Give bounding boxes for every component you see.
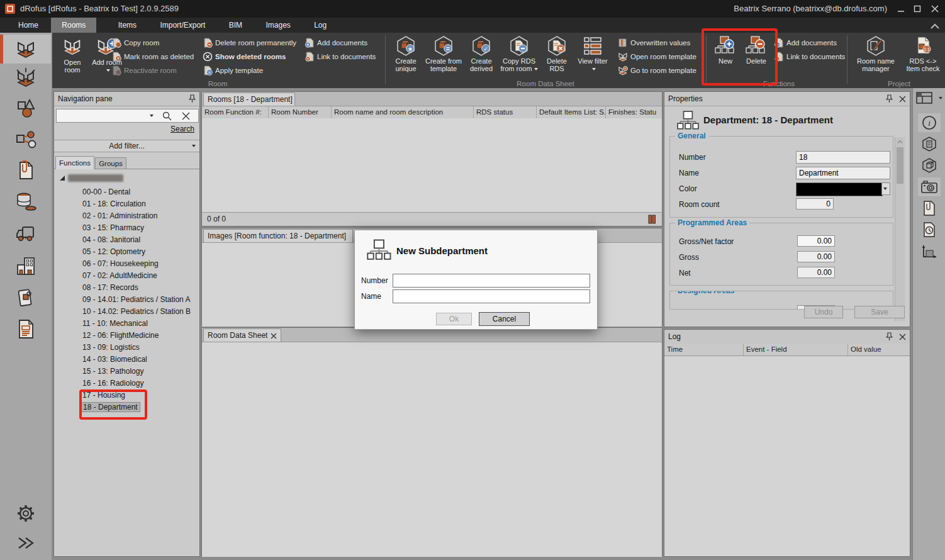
- room-name-manager-button[interactable]: Room name manager: [852, 35, 900, 86]
- camera-button[interactable]: [918, 177, 941, 196]
- reactivate-room-button[interactable]: Reactivate room: [111, 64, 177, 77]
- layout-panels-button[interactable]: [916, 92, 942, 107]
- dialog-number-input[interactable]: [393, 274, 590, 288]
- create-from-template-button[interactable]: = Create from template: [424, 35, 463, 86]
- show-deleted-rooms-button[interactable]: Show deleted rooms: [203, 50, 286, 63]
- room-data-sheet-tab[interactable]: Room Data Sheet: [203, 328, 281, 342]
- pin-icon[interactable]: [886, 332, 893, 341]
- sidebar-reports-icon[interactable]: [14, 317, 38, 341]
- close-button[interactable]: [931, 5, 939, 13]
- name-field[interactable]: [796, 167, 890, 179]
- col-room-name[interactable]: Room name and room description: [332, 106, 474, 118]
- tree-expander-icon[interactable]: [59, 175, 65, 181]
- gross-net-factor-field[interactable]: [797, 235, 835, 247]
- gross-field[interactable]: [797, 251, 835, 262]
- delete-rds-button[interactable]: Delete RDS: [540, 35, 574, 86]
- undo-button[interactable]: Undo: [804, 306, 843, 318]
- pin-icon[interactable]: [886, 94, 893, 103]
- tree-item[interactable]: 07 - 02: AdultMedicine: [82, 270, 157, 282]
- tree-item[interactable]: 10 - 14.02: Pediatrics / Station B: [82, 306, 191, 318]
- rds-document-button[interactable]: [918, 135, 941, 154]
- tree-item[interactable]: 12 - 06: FlightMedicine: [82, 330, 159, 342]
- sidebar-item-links-icon[interactable]: [14, 128, 38, 152]
- col-rds-status[interactable]: RDS status: [474, 106, 537, 118]
- rds-item-check-button[interactable]: 1:1 RDS <-> Item check: [902, 35, 944, 86]
- room-add-documents-button[interactable]: Add documents: [305, 36, 367, 49]
- sidebar-items-icon[interactable]: [14, 96, 38, 120]
- copy-rds-from-room-button[interactable]: Copy RDS from room: [500, 35, 539, 86]
- tree-item[interactable]: 15 - 13: Pathology: [82, 366, 143, 378]
- tree-item[interactable]: 16 - 16: Radiology: [82, 378, 143, 389]
- bim-model-button[interactable]: [918, 156, 941, 175]
- add-filter-button[interactable]: Add filter...: [54, 140, 199, 152]
- properties-scrollbar[interactable]: [895, 137, 905, 321]
- functions-link-documents-button[interactable]: Link to documents: [774, 50, 845, 63]
- collapse-ribbon-chevron[interactable]: [930, 23, 940, 30]
- net-field[interactable]: [797, 267, 835, 278]
- info-button[interactable]: i: [918, 113, 941, 132]
- sidebar-documents-icon[interactable]: [14, 159, 38, 182]
- nav-tab-groups[interactable]: Groups: [95, 157, 126, 169]
- apply-template-button[interactable]: Apply template: [203, 64, 263, 77]
- ok-button[interactable]: Ok: [436, 313, 472, 325]
- images-tab[interactable]: Images [Room function: 18 - Department]: [203, 229, 353, 242]
- menu-items[interactable]: Items: [108, 18, 147, 33]
- log-body[interactable]: [664, 356, 910, 556]
- tree-root-redacted[interactable]: [68, 174, 123, 182]
- search-dropdown-caret[interactable]: [150, 115, 154, 117]
- col-time[interactable]: Time: [664, 344, 744, 356]
- save-button[interactable]: Save: [854, 306, 905, 318]
- sidebar-rooms-icon[interactable]: [14, 37, 38, 61]
- tree-item[interactable]: 14 - 03: Biomedical: [82, 354, 147, 366]
- measure-button[interactable]: [918, 242, 941, 260]
- sidebar-products-icon[interactable]: [14, 286, 38, 310]
- overwritten-values-button[interactable]: Overwritten values: [618, 36, 690, 49]
- col-default-items[interactable]: Default Items List: S...: [537, 106, 606, 118]
- room-data-sheet-body[interactable]: [202, 342, 662, 557]
- tree-item[interactable]: 01 - 18: Circulation: [82, 198, 146, 210]
- create-unique-button[interactable]: ★ Create unique: [389, 35, 423, 86]
- mark-room-deleted-button[interactable]: Mark room as deleted: [111, 50, 194, 63]
- expand-sidebar-icon[interactable]: [14, 531, 38, 555]
- create-derived-button[interactable]: ✓ Create derived: [464, 35, 498, 86]
- tree-item[interactable]: 00-00 - Dental: [82, 186, 130, 198]
- sidebar-logistics-icon[interactable]: [14, 222, 38, 246]
- rooms-table-body[interactable]: [202, 118, 662, 213]
- minimize-button[interactable]: [897, 6, 905, 13]
- book-icon[interactable]: [647, 215, 657, 224]
- open-room-template-button[interactable]: Open room template: [618, 50, 696, 63]
- number-field[interactable]: [796, 151, 890, 164]
- scrollbar-thumb[interactable]: [897, 147, 903, 184]
- tree-item[interactable]: 03 - 15: Pharmacy: [82, 222, 144, 234]
- tree-item[interactable]: 11 - 10: Mechanical: [82, 318, 148, 330]
- scroll-up-icon[interactable]: [897, 140, 903, 144]
- tree-item[interactable]: 04 - 08: Janitorial: [82, 234, 140, 246]
- menu-rooms[interactable]: Rooms: [51, 18, 96, 33]
- history-button[interactable]: [918, 220, 941, 239]
- sidebar-database-icon[interactable]: [14, 190, 38, 214]
- functions-add-documents-button[interactable]: Add documents: [774, 36, 837, 49]
- close-tab-icon[interactable]: [271, 333, 277, 339]
- col-room-function[interactable]: Room Function #:: [202, 106, 269, 118]
- close-panel-icon[interactable]: [899, 333, 906, 340]
- settings-gear-icon[interactable]: [14, 501, 38, 525]
- sidebar-buildings-icon[interactable]: [14, 254, 38, 278]
- cancel-button[interactable]: Cancel: [479, 312, 530, 326]
- col-event-field[interactable]: Event - Field: [744, 344, 848, 356]
- open-room-button[interactable]: Open room: [55, 35, 89, 86]
- menu-home[interactable]: Home: [8, 18, 49, 33]
- color-swatch[interactable]: [796, 182, 883, 196]
- nav-tab-functions[interactable]: Functions: [55, 156, 94, 169]
- maximize-button[interactable]: [914, 5, 921, 13]
- clear-search-icon[interactable]: [182, 112, 190, 120]
- delete-room-permanently-button[interactable]: Delete room permanently: [203, 36, 296, 49]
- pin-icon[interactable]: [189, 94, 196, 103]
- sidebar-room-functions-icon[interactable]: [14, 66, 38, 90]
- view-filter-button[interactable]: View filter: [575, 35, 610, 86]
- tree-item[interactable]: 06 - 07: Housekeeping: [82, 258, 159, 270]
- tree-item[interactable]: 13 - 09: Logistics: [82, 342, 140, 354]
- col-finishes[interactable]: Finishes: Statu: [606, 106, 661, 118]
- search-link[interactable]: Search: [171, 125, 194, 133]
- close-panel-icon[interactable]: [899, 96, 906, 103]
- tree-item[interactable]: 05 - 12: Optometry: [82, 246, 145, 258]
